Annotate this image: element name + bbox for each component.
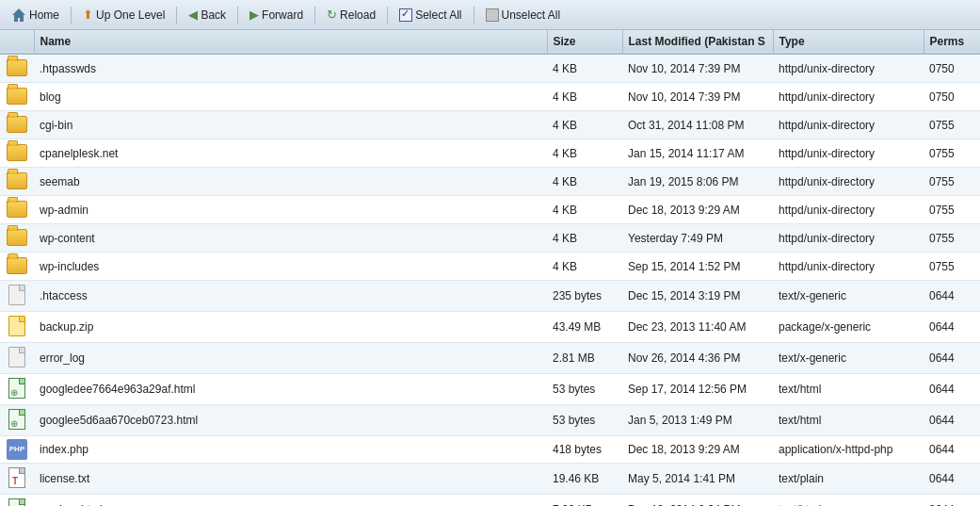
file-size: 2.81 MB [547, 343, 622, 374]
home-icon [11, 8, 26, 23]
table-row[interactable]: error_log2.81 MBNov 26, 2014 4:36 PMtext… [0, 343, 980, 374]
file-modified: Dec 15, 2014 3:19 PM [622, 281, 773, 312]
file-modified: May 5, 2014 1:41 PM [622, 464, 773, 495]
file-perms: 0750 [924, 54, 980, 83]
svg-marker-0 [12, 8, 25, 22]
file-name[interactable]: googlee5d6aa670ceb0723.html [34, 405, 547, 436]
file-name[interactable]: wp-admin [34, 196, 547, 224]
file-modified: Nov 10, 2014 7:39 PM [622, 83, 773, 111]
unselectall-button[interactable]: Unselect All [480, 7, 567, 24]
file-list-container[interactable]: Name Size Last Modified (Pakistan S Type… [0, 30, 980, 506]
separator-2 [176, 7, 177, 24]
forward-button[interactable]: ▶ Forward [244, 6, 309, 24]
file-generic-icon [8, 285, 25, 305]
home-label: Home [29, 8, 59, 22]
unselectall-label: Unselect All [502, 8, 561, 22]
file-name[interactable]: .htaccess [34, 281, 547, 312]
file-size: 4 KB [547, 54, 622, 83]
file-name[interactable]: cpanelplesk.net [34, 139, 547, 168]
file-size: 4 KB [547, 196, 622, 224]
table-row[interactable]: wp-includes4 KBSep 15, 2014 1:52 PMhttpd… [0, 253, 980, 281]
file-perms: 0755 [924, 139, 980, 168]
file-modified: Dec 18, 2013 9:29 AM [622, 196, 773, 224]
file-perms: 0644 [924, 405, 980, 436]
file-name[interactable]: blog [34, 83, 547, 111]
file-name[interactable]: backup.zip [34, 312, 547, 343]
table-row[interactable]: PHPindex.php418 bytesDec 18, 2013 9:29 A… [0, 436, 980, 464]
separator-5 [387, 7, 388, 24]
file-size: 43.49 MB [547, 312, 622, 343]
file-name[interactable]: error_log [34, 343, 547, 374]
table-row[interactable]: backup.zip43.49 MBDec 23, 2013 11:40 AMp… [0, 312, 980, 343]
file-size: 4 KB [547, 168, 622, 196]
file-perms: 0750 [924, 83, 980, 111]
file-size: 4 KB [547, 253, 622, 281]
file-icon-cell [0, 495, 34, 507]
file-type: httpd/unix-directory [773, 253, 924, 281]
table-row[interactable]: googledee7664e963a29af.html53 bytesSep 1… [0, 374, 980, 405]
file-name[interactable]: googledee7664e963a29af.html [34, 374, 547, 405]
file-perms: 0644 [924, 343, 980, 374]
file-modified: Sep 15, 2014 1:52 PM [622, 253, 773, 281]
uplevel-button[interactable]: ⬆ Up One Level [77, 6, 170, 24]
table-row[interactable]: wp-content4 KBYesterday 7:49 PMhttpd/uni… [0, 224, 980, 253]
html-icon [8, 498, 25, 506]
file-size: 4 KB [547, 83, 622, 111]
file-size: 19.46 KB [547, 464, 622, 495]
zip-icon [8, 316, 25, 336]
table-row[interactable]: cgi-bin4 KBOct 31, 2014 11:08 PMhttpd/un… [0, 111, 980, 139]
table-row[interactable]: cpanelplesk.net4 KBJan 15, 2014 11:17 AM… [0, 139, 980, 168]
file-name[interactable]: seemab [34, 168, 547, 196]
file-perms: 0755 [924, 253, 980, 281]
selectall-icon: ✓ [399, 8, 412, 22]
file-type: text/x-generic [773, 343, 924, 374]
folder-icon [7, 257, 27, 274]
file-icon-cell [0, 281, 34, 312]
table-row[interactable]: .htpasswds4 KBNov 10, 2014 7:39 PMhttpd/… [0, 54, 980, 83]
file-name[interactable]: readme.html [34, 495, 547, 507]
header-modified[interactable]: Last Modified (Pakistan S [622, 30, 773, 54]
file-name[interactable]: wp-content [34, 224, 547, 253]
home-button[interactable]: Home [6, 6, 65, 24]
header-type[interactable]: Type [773, 30, 924, 54]
reload-button[interactable]: ↻ Reload [321, 6, 381, 24]
file-name[interactable]: index.php [34, 436, 547, 464]
table-row[interactable]: googlee5d6aa670ceb0723.html53 bytesJan 5… [0, 405, 980, 436]
separator-6 [474, 7, 474, 24]
file-name[interactable]: license.txt [34, 464, 547, 495]
file-size: 235 bytes [547, 281, 622, 312]
file-perms: 0755 [924, 224, 980, 253]
file-icon-cell [0, 168, 34, 196]
txt-icon [8, 467, 25, 488]
file-type: text/html [773, 374, 924, 405]
file-icon-cell: PHP [0, 436, 34, 464]
file-size: 53 bytes [547, 405, 622, 436]
table-row[interactable]: .htaccess235 bytesDec 15, 2014 3:19 PMte… [0, 281, 980, 312]
file-name[interactable]: cgi-bin [34, 111, 547, 139]
file-type: httpd/unix-directory [773, 224, 924, 253]
file-modified: Nov 10, 2014 7:39 PM [622, 54, 773, 83]
html-icon [8, 409, 25, 430]
file-perms: 0644 [924, 464, 980, 495]
table-row[interactable]: blog4 KBNov 10, 2014 7:39 PMhttpd/unix-d… [0, 83, 980, 111]
header-size[interactable]: Size [547, 30, 622, 54]
table-row[interactable]: readme.html7.02 KBDec 19, 2014 6:24 PMte… [0, 495, 980, 507]
separator-1 [71, 7, 72, 24]
file-size: 4 KB [547, 224, 622, 253]
file-modified: Jan 15, 2014 11:17 AM [622, 139, 773, 168]
table-row[interactable]: wp-admin4 KBDec 18, 2013 9:29 AMhttpd/un… [0, 196, 980, 224]
table-row[interactable]: license.txt19.46 KBMay 5, 2014 1:41 PMte… [0, 464, 980, 495]
file-modified: Jan 5, 2013 1:49 PM [622, 405, 773, 436]
file-name[interactable]: wp-includes [34, 253, 547, 281]
file-modified: Nov 26, 2014 4:36 PM [622, 343, 773, 374]
file-modified: Oct 31, 2014 11:08 PM [622, 111, 773, 139]
file-name[interactable]: .htpasswds [34, 54, 547, 83]
header-perms[interactable]: Perms [924, 30, 980, 54]
table-row[interactable]: seemab4 KBJan 19, 2015 8:06 PMhttpd/unix… [0, 168, 980, 196]
file-size: 4 KB [547, 139, 622, 168]
selectall-button[interactable]: ✓ Select All [394, 7, 467, 24]
back-button[interactable]: ◀ Back [183, 6, 232, 24]
header-name[interactable]: Name [34, 30, 547, 54]
forward-label: Forward [262, 8, 303, 22]
file-icon-cell [0, 374, 34, 405]
